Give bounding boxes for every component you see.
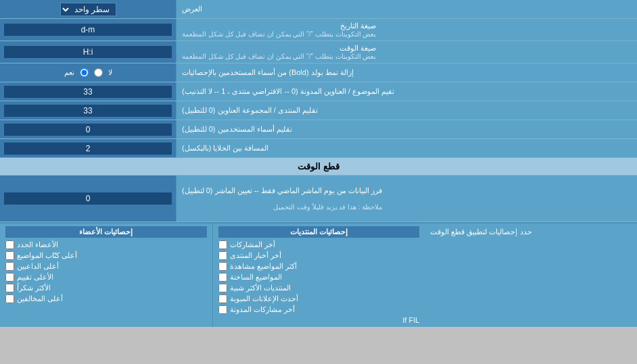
usernames-trim-input-wrap: 0 <box>0 120 176 138</box>
cb-top-violators[interactable] <box>5 294 14 303</box>
header-input: سطر واحد سطرين ثلاثة أسطر <box>0 0 176 18</box>
time-format-input[interactable]: H:i <box>4 46 172 58</box>
bold-radio-no[interactable] <box>94 68 103 77</box>
checkbox-similar-forums: المنتديات الأكثر شبية <box>218 284 420 292</box>
bold-remove-input-wrap: لا نعم <box>0 63 176 82</box>
cb-hot-topics[interactable] <box>218 273 227 282</box>
checkbox-new-members: الأعضاء الجدد <box>5 240 207 249</box>
checkbox-hot-topics: المواضيع الساخنة <box>218 273 420 282</box>
stats-apply-label: حدد إحصاليات لتطبيق قطع الوقت <box>425 224 637 327</box>
bold-radio-yes[interactable] <box>80 68 89 77</box>
cutoff-row: فرز البيانات من يوم الماشر الماضي فقط --… <box>0 176 637 222</box>
checkbox-top-posters: أعلى كتّاب المواضيع <box>5 251 207 260</box>
time-format-row: صيغة الوقت بعض التكوينات يتطلب "/" التي … <box>0 41 637 63</box>
cb-most-viewed[interactable] <box>218 262 227 271</box>
topics-order-input[interactable]: 33 <box>4 86 172 98</box>
cutoff-label: فرز البيانات من يوم الماشر الماضي فقط --… <box>176 176 637 222</box>
cb-forum-news[interactable] <box>218 251 227 260</box>
cutoff-input[interactable] <box>4 192 172 205</box>
cb-top-callers[interactable] <box>5 262 14 271</box>
bold-radio-no-label: لا <box>108 68 112 77</box>
checkbox-blog-posts: أخر مشاركات المدونة <box>218 305 420 314</box>
bottom-section: حدد إحصاليات لتطبيق قطع الوقت إحصائيات ا… <box>0 222 637 327</box>
forum-order-label: تقليم المنتدى / المجموعة العناوين (0 للت… <box>176 101 637 120</box>
cb-top-rated[interactable] <box>5 273 14 282</box>
cells-spacing-input-wrap: 2 <box>0 139 176 157</box>
forum-order-row: تقليم المنتدى / المجموعة العناوين (0 للت… <box>0 101 637 120</box>
posts-stats-header: إحصائيات المنتديات <box>218 226 420 238</box>
bold-radio-yes-label: نعم <box>64 68 74 77</box>
posts-stats-col: إحصائيات المنتديات أخر المشاركات أخر أخب… <box>212 224 425 327</box>
checkbox-latest-classifieds: أحدث الإعلانات المبوبة <box>218 294 420 303</box>
cb-blog-posts[interactable] <box>218 305 227 314</box>
members-stats-header: إحصائيات الأعضاء <box>5 226 207 238</box>
cb-most-thanked[interactable] <box>5 284 14 292</box>
cells-spacing-input[interactable]: 2 <box>4 142 172 155</box>
checkbox-most-viewed: أكثر المواضيع مشاهدة <box>218 262 420 271</box>
cb-top-posters[interactable] <box>5 251 14 260</box>
cb-latest-classifieds[interactable] <box>218 294 227 303</box>
cb-similar-forums[interactable] <box>218 284 227 292</box>
topics-order-row: تقيم الموضوع / العناوين المدونة (0 -- ال… <box>0 82 637 101</box>
bold-remove-row: إزالة نمط بولد (Bold) من أسماء المستخدمي… <box>0 63 637 82</box>
main-container: العرض سطر واحد سطرين ثلاثة أسطر صيغة الت… <box>0 0 637 327</box>
cutoff-input-wrap <box>0 176 176 222</box>
topics-order-input-wrap: 33 <box>0 82 176 101</box>
date-format-row: صيغة التاريخ بعض التكوينات يتطلب "/" الت… <box>0 19 637 41</box>
checkbox-latest-posts: أخر المشاركات <box>218 240 420 249</box>
bold-radio-group: لا نعم <box>62 67 115 78</box>
checkbox-forum-news: أخر أخبار المنتدى <box>218 251 420 260</box>
cells-spacing-label: المسافة بين الخلايا (بالبكسل) <box>176 139 637 157</box>
cb-new-members[interactable] <box>5 240 14 249</box>
date-format-label: صيغة التاريخ بعض التكوينات يتطلب "/" الت… <box>176 19 637 41</box>
cutoff-section-header: قطع الوقت <box>0 158 637 176</box>
checkbox-most-thanked: الأكثر شكراً <box>5 284 207 292</box>
time-format-input-wrap: H:i <box>0 41 176 63</box>
date-format-input-wrap: d-m <box>0 19 176 41</box>
ifFIL-note: If FIL <box>218 316 420 324</box>
usernames-trim-input[interactable]: 0 <box>4 124 172 136</box>
header-label: العرض <box>182 5 202 14</box>
cb-latest-posts[interactable] <box>218 240 227 249</box>
checkbox-top-violators: أعلى المخالفين <box>5 294 207 303</box>
display-select[interactable]: سطر واحد سطرين ثلاثة أسطر <box>60 3 116 16</box>
bold-remove-label: إزالة نمط بولد (Bold) من أسماء المستخدمي… <box>176 63 637 82</box>
checkbox-top-callers: أعلى الداعبين <box>5 262 207 271</box>
usernames-trim-label: تقليم أسماء المستخدمين (0 للتطبيل) <box>176 120 637 138</box>
date-format-input[interactable]: d-m <box>4 24 172 36</box>
topics-order-label: تقيم الموضوع / العناوين المدونة (0 -- ال… <box>176 82 637 101</box>
forum-order-input[interactable]: 33 <box>4 105 172 117</box>
checkbox-top-rated: الأعلى تقييم <box>5 273 207 282</box>
forum-order-input-wrap: 33 <box>0 101 176 120</box>
time-format-label: صيغة الوقت بعض التكوينات يتطلب "/" التي … <box>176 41 637 63</box>
header-row: العرض سطر واحد سطرين ثلاثة أسطر <box>0 0 637 19</box>
usernames-trim-row: تقليم أسماء المستخدمين (0 للتطبيل) 0 <box>0 120 637 139</box>
cells-spacing-row: المسافة بين الخلايا (بالبكسل) 2 <box>0 139 637 158</box>
members-stats-col: إحصائيات الأعضاء الأعضاء الجدد أعلى كتّا… <box>0 224 212 327</box>
section-label: العرض <box>176 0 637 18</box>
